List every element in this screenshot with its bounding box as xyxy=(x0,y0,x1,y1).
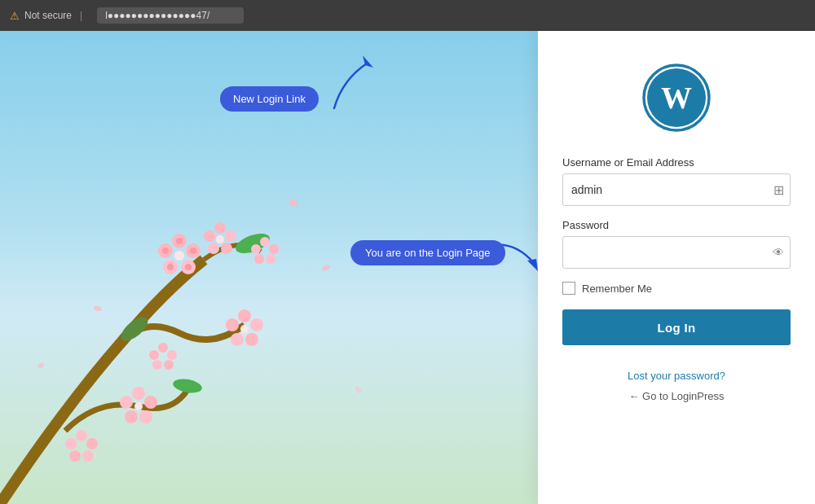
svg-point-1 xyxy=(172,377,203,395)
card-links: Lost your password? ← Go to LoginPress xyxy=(628,370,725,402)
svg-point-50 xyxy=(354,385,363,394)
password-input[interactable] xyxy=(562,236,791,269)
not-secure-label: Not secure xyxy=(24,10,72,21)
svg-point-10 xyxy=(190,248,196,254)
username-label: Username or Email Address xyxy=(562,156,791,169)
lost-password-link[interactable]: Lost your password? xyxy=(628,370,725,382)
new-login-link-tooltip: New Login Link xyxy=(220,86,319,112)
browser-bar: ⚠ Not secure | l●●●●●●●●●●●●●●●47/ xyxy=(0,0,815,31)
username-group: Username or Email Address ⊞ xyxy=(562,156,791,206)
svg-point-36 xyxy=(65,438,77,449)
svg-point-29 xyxy=(208,243,219,254)
blossom-decoration xyxy=(0,81,408,504)
svg-point-22 xyxy=(139,410,152,423)
svg-point-37 xyxy=(158,343,168,353)
svg-marker-53 xyxy=(527,259,538,271)
svg-point-51 xyxy=(37,362,45,369)
svg-point-21 xyxy=(144,396,157,409)
svg-point-18 xyxy=(226,318,239,331)
password-input-wrapper: 👁 xyxy=(562,236,791,269)
svg-point-19 xyxy=(240,325,249,333)
login-button-label: Log In xyxy=(658,321,696,335)
url-bar[interactable]: l●●●●●●●●●●●●●●●47/ xyxy=(97,7,244,24)
svg-point-31 xyxy=(216,235,224,243)
svg-point-11 xyxy=(185,264,192,270)
remember-me-checkbox[interactable] xyxy=(562,282,575,295)
username-input[interactable] xyxy=(562,173,791,206)
svg-point-15 xyxy=(250,318,263,331)
back-to-loginpress-link[interactable]: ← Go to LoginPress xyxy=(628,390,724,402)
svg-point-17 xyxy=(231,333,244,346)
login-page-label: You are on the Login Page xyxy=(365,247,491,259)
svg-point-39 xyxy=(164,360,174,370)
not-secure-indicator: ⚠ Not secure | l●●●●●●●●●●●●●●●47/ xyxy=(10,7,244,24)
remember-me-label: Remember Me xyxy=(582,283,652,295)
svg-point-45 xyxy=(254,254,264,264)
username-input-wrapper: ⊞ xyxy=(562,173,791,206)
svg-point-33 xyxy=(86,438,98,449)
password-label: Password xyxy=(562,219,791,231)
svg-point-23 xyxy=(125,410,138,423)
svg-point-34 xyxy=(82,450,94,462)
svg-point-26 xyxy=(214,222,226,234)
svg-point-14 xyxy=(238,309,251,322)
new-login-link-label: New Login Link xyxy=(233,93,306,105)
svg-point-43 xyxy=(269,244,279,254)
svg-point-16 xyxy=(245,333,258,346)
login-card: W Username or Email Address ⊞ Password 👁… xyxy=(538,31,815,504)
svg-point-27 xyxy=(225,230,236,242)
remember-me-group: Remember Me xyxy=(562,282,791,295)
svg-point-9 xyxy=(176,238,183,244)
svg-point-30 xyxy=(204,230,215,242)
svg-point-38 xyxy=(167,350,177,360)
login-button[interactable]: Log In xyxy=(562,309,791,345)
svg-point-46 xyxy=(251,244,261,254)
svg-text:W: W xyxy=(661,81,692,115)
svg-point-8 xyxy=(174,251,184,261)
svg-point-25 xyxy=(134,402,143,410)
svg-point-12 xyxy=(167,264,174,270)
svg-point-35 xyxy=(69,450,81,462)
svg-point-42 xyxy=(260,237,270,247)
svg-point-24 xyxy=(120,396,133,409)
svg-point-13 xyxy=(162,248,169,254)
login-page-tooltip: You are on the Login Page xyxy=(350,240,505,265)
separator: | xyxy=(80,10,82,21)
svg-point-48 xyxy=(321,264,330,271)
svg-point-28 xyxy=(221,243,232,254)
svg-point-47 xyxy=(288,198,299,208)
svg-point-41 xyxy=(149,350,159,360)
svg-point-49 xyxy=(93,305,102,312)
svg-point-20 xyxy=(132,387,145,400)
svg-point-44 xyxy=(266,254,275,264)
wordpress-logo: W xyxy=(642,64,711,132)
svg-point-32 xyxy=(76,430,87,441)
svg-point-40 xyxy=(152,360,162,370)
warning-icon: ⚠ xyxy=(10,10,20,22)
password-group: Password 👁 xyxy=(562,219,791,269)
